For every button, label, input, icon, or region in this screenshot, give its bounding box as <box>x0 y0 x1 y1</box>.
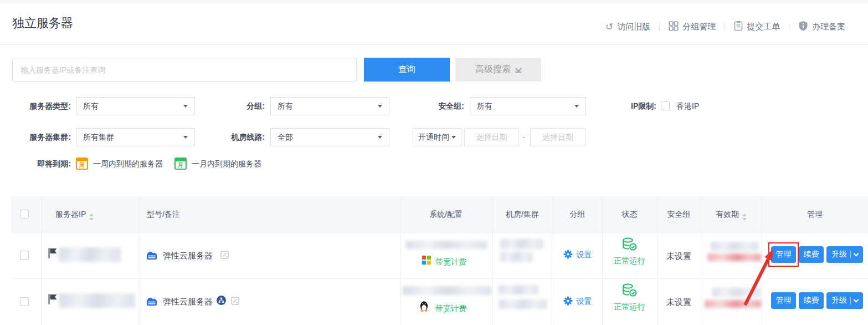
submit-ticket-link[interactable]: 提交工单 <box>734 21 780 33</box>
group-select[interactable]: 所有 <box>270 97 389 115</box>
th-server-ip[interactable]: 服务器IP <box>55 196 94 232</box>
month-expiring-link[interactable]: 一月内到期的服务器 <box>192 157 261 170</box>
datacenter-redacted <box>500 252 532 262</box>
security-group-value: 所有 <box>477 101 492 111</box>
th-system: 系统/配置 <box>400 196 492 232</box>
server-type-value: 所有 <box>83 101 99 111</box>
sort-icon[interactable] <box>742 214 747 221</box>
visit-old-version-link[interactable]: ↺ 访问旧版 <box>605 22 650 32</box>
date-end-input[interactable]: 选择日期 <box>530 128 585 146</box>
group-label: 分组: <box>210 97 265 115</box>
hk-ip-checkbox[interactable] <box>661 101 670 110</box>
server-ip-redacted <box>59 247 121 262</box>
expiry-date-redacted <box>711 242 758 251</box>
chevron-down-icon[interactable] <box>854 297 859 303</box>
select-caret-icon <box>378 136 382 139</box>
sort-icon[interactable] <box>89 214 94 221</box>
upgrade-button[interactable]: 升级 <box>826 292 863 309</box>
server-type-select[interactable]: 所有 <box>76 97 195 115</box>
server-type-label: 服务器类型: <box>0 97 71 115</box>
security-group-select[interactable]: 所有 <box>470 97 586 115</box>
group-settings-link[interactable]: 设置 <box>553 232 602 278</box>
chevron-down-icon[interactable] <box>854 251 859 257</box>
month-calendar-icon[interactable]: 月 <box>174 158 187 170</box>
shield-info-icon <box>798 21 808 33</box>
filing-link[interactable]: 办理备案 <box>798 21 845 33</box>
manage-button[interactable]: 管理 <box>771 246 796 263</box>
date-start-input[interactable]: 选择日期 <box>464 128 519 146</box>
top-strip <box>0 0 868 3</box>
security-group-value: 未设置 <box>657 251 701 262</box>
group-settings-label: 设置 <box>577 297 592 307</box>
header-links: ↺ 访问旧版 分组管理 提交工单 办理备案 <box>605 19 845 34</box>
expiry-date-redacted <box>705 300 761 308</box>
edit-remark-icon[interactable] <box>220 251 229 261</box>
renew-button[interactable]: 续费 <box>799 292 824 309</box>
title-divider <box>0 44 868 45</box>
hk-ip-option-label: 香港IP <box>676 97 699 115</box>
system-config-redacted <box>405 241 487 249</box>
upgrade-label: 升级 <box>831 250 847 260</box>
grid-icon <box>669 21 679 33</box>
server-model-label: 弹性云服务器 <box>163 297 213 307</box>
group-management-label: 分组管理 <box>682 22 716 32</box>
button-divider <box>850 251 851 258</box>
th-security: 安全组 <box>657 196 701 232</box>
select-caret-icon <box>378 105 382 108</box>
search-input[interactable] <box>12 58 357 82</box>
select-caret-icon <box>183 105 188 108</box>
th-server-ip-label: 服务器IP <box>55 210 86 219</box>
group-settings-link[interactable]: 设置 <box>553 278 602 325</box>
th-manage: 管理 <box>762 196 868 232</box>
date-separator: - <box>522 128 525 146</box>
edit-remark-icon[interactable] <box>231 297 239 307</box>
select-caret-icon <box>451 136 456 139</box>
row-actions: 管理 续费 升级 <box>771 246 863 263</box>
advanced-search-button[interactable]: 高级搜索 <box>455 58 541 82</box>
group-value: 所有 <box>278 101 293 111</box>
th-model: 型号/备注 <box>147 196 180 232</box>
links-divider <box>789 23 789 31</box>
chevron-down-icon <box>515 67 521 73</box>
select-caret-icon <box>574 105 579 108</box>
datacenter-redacted <box>499 299 547 309</box>
renew-button[interactable]: 续费 <box>799 246 824 263</box>
column-divider <box>42 197 42 325</box>
upgrade-label: 升级 <box>831 296 847 306</box>
server-cluster-value: 所有集群 <box>83 133 114 143</box>
billing-type-label: 带宽计费 <box>435 304 466 314</box>
advanced-search-label: 高级搜索 <box>475 64 511 75</box>
group-management-link[interactable]: 分组管理 <box>669 21 716 33</box>
status-label: 正常运行 <box>602 302 657 312</box>
row-checkbox[interactable] <box>20 251 29 260</box>
filing-label: 办理备案 <box>812 22 845 32</box>
week-expiring-link[interactable]: 一周内到期的服务器 <box>93 157 163 170</box>
week-calendar-icon[interactable]: 周 <box>76 158 88 170</box>
row-actions: 管理 续费 升级 <box>771 292 863 309</box>
th-expiry[interactable]: 有效期 <box>701 196 762 232</box>
expiring-label: 即将到期: <box>0 157 71 170</box>
windows-logo-icon <box>422 256 431 265</box>
security-group-value: 未设置 <box>657 297 701 308</box>
row-divider <box>11 278 868 279</box>
datacenter-line-select[interactable]: 全部 <box>270 128 389 146</box>
row-checkbox[interactable] <box>20 297 29 306</box>
status-running-icon <box>622 283 637 299</box>
datacenter-redacted <box>500 239 543 249</box>
datacenter-line-value: 全部 <box>278 133 293 143</box>
ip-limit-label: IP限制: <box>607 97 656 115</box>
manage-button[interactable]: 管理 <box>771 292 796 309</box>
query-button[interactable]: 查询 <box>364 58 450 82</box>
gear-icon <box>563 250 573 261</box>
expiry-date-redacted <box>712 288 761 297</box>
th-status: 状态 <box>602 196 657 232</box>
time-type-select[interactable]: 开通时间 <box>413 128 461 146</box>
header-bottom-border <box>11 232 868 232</box>
select-all-checkbox[interactable] <box>20 210 29 219</box>
visit-old-version-label: 访问旧版 <box>617 22 650 32</box>
server-cluster-select[interactable]: 所有集群 <box>76 128 195 146</box>
server-cluster-label: 服务器集群: <box>0 128 71 146</box>
links-divider <box>725 23 725 31</box>
server-ip-redacted <box>59 293 135 308</box>
upgrade-button[interactable]: 升级 <box>826 246 863 263</box>
